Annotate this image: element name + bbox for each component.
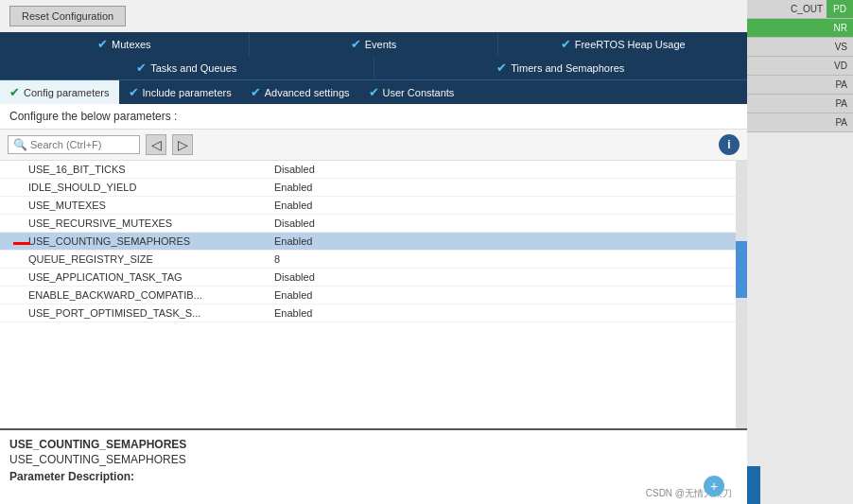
- table-row[interactable]: USE_16_BIT_TICKSDisabled: [0, 161, 747, 179]
- reset-row: Reset Configuration: [0, 0, 747, 32]
- tab-tasks-label: Tasks and Queues: [150, 62, 236, 74]
- tab-tasks-queues[interactable]: ✔ Tasks and Queues: [0, 56, 374, 79]
- param-value: Enabled: [274, 235, 312, 247]
- check-icon-events: ✔: [351, 37, 361, 51]
- check-icon-tasks: ✔: [136, 61, 147, 75]
- param-value: Enabled: [274, 182, 312, 193]
- tab-freertos-heap[interactable]: ✔ FreeRTOS Heap Usage: [498, 32, 747, 56]
- scroll-track[interactable]: [736, 161, 747, 428]
- sidebar-blue-bar: [747, 466, 760, 504]
- search-input[interactable]: [30, 139, 134, 150]
- scroll-thumb[interactable]: [736, 241, 747, 298]
- tab-freertos-label: FreeRTOS Heap Usage: [575, 39, 686, 50]
- sidebar-empty: [747, 132, 853, 466]
- subtab-config-params[interactable]: ✔ Config parameters: [0, 80, 119, 104]
- tab-row-1: ✔ Mutexes ✔ Events ✔ FreeRTOS Heap Usage: [0, 32, 747, 56]
- subtab-row: ✔ Config parameters ✔ Include parameters…: [0, 79, 747, 104]
- info-button[interactable]: i: [719, 134, 740, 155]
- param-name: IDLE_SHOULD_YIELD: [28, 182, 274, 193]
- param-name: USE_16_BIT_TICKS: [28, 164, 274, 175]
- prev-button[interactable]: ◁: [146, 134, 166, 155]
- param-value: Enabled: [274, 289, 312, 301]
- main-content: Reset Configuration ✔ Mutexes ✔ Events ✔…: [0, 0, 747, 504]
- param-rows-container: USE_16_BIT_TICKSDisabledIDLE_SHOULD_YIEL…: [0, 161, 747, 322]
- sidebar-pa3: PA: [747, 113, 853, 132]
- tab-events[interactable]: ✔ Events: [250, 32, 499, 56]
- tab-mutexes-label: Mutexes: [112, 39, 151, 50]
- check-icon-config: ✔: [9, 85, 20, 99]
- param-value: Disabled: [274, 217, 315, 229]
- sidebar-nr[interactable]: NR: [747, 19, 853, 38]
- check-icon-include: ✔: [129, 85, 139, 99]
- sidebar-vd: VD: [747, 57, 853, 76]
- table-row[interactable]: ENABLE_BACKWARD_COMPATIB...Enabled: [0, 287, 747, 304]
- info-subtitle: USE_COUNTING_SEMAPHORES: [9, 453, 738, 466]
- param-name: USE_PORT_OPTIMISED_TASK_S...: [28, 307, 274, 319]
- subtab-config-label: Config parameters: [24, 87, 110, 98]
- configure-label: Configure the below parameters :: [0, 104, 747, 130]
- param-name: USE_MUTEXES: [28, 200, 274, 211]
- check-icon-timers: ✔: [496, 61, 507, 75]
- table-row[interactable]: USE_PORT_OPTIMISED_TASK_S...Enabled: [0, 304, 747, 322]
- check-icon-advanced: ✔: [251, 85, 261, 99]
- param-name: USE_COUNTING_SEMAPHORES: [28, 235, 274, 247]
- expand-button[interactable]: +: [704, 476, 724, 496]
- tab-row-2: ✔ Tasks and Queues ✔ Timers and Semaphor…: [0, 56, 747, 79]
- table-row[interactable]: USE_RECURSIVE_MUTEXESDisabled: [0, 215, 747, 233]
- subtab-advanced[interactable]: ✔ Advanced settings: [241, 80, 359, 104]
- subtab-include-label: Include parameters: [143, 87, 232, 98]
- table-row[interactable]: USE_APPLICATION_TASK_TAGDisabled: [0, 269, 747, 287]
- param-value: Disabled: [274, 271, 315, 283]
- tab-mutexes[interactable]: ✔ Mutexes: [0, 32, 250, 56]
- table-row[interactable]: USE_COUNTING_SEMAPHORESEnabled: [0, 233, 747, 251]
- param-value: 8: [274, 253, 280, 265]
- params-table: USE_16_BIT_TICKSDisabledIDLE_SHOULD_YIEL…: [0, 161, 747, 428]
- tab-events-label: Events: [365, 39, 397, 50]
- info-title: USE_COUNTING_SEMAPHORES: [9, 438, 738, 451]
- param-name: USE_RECURSIVE_MUTEXES: [28, 217, 274, 229]
- search-input-wrap[interactable]: 🔍: [8, 135, 140, 154]
- sidebar-pa1: PA: [747, 76, 853, 95]
- table-row[interactable]: QUEUE_REGISTRY_SIZE8: [0, 251, 747, 269]
- param-value: Enabled: [274, 307, 312, 319]
- sidebar-pd[interactable]: PD: [827, 0, 853, 19]
- subtab-advanced-label: Advanced settings: [265, 87, 350, 98]
- tab-timers-semaphores[interactable]: ✔ Timers and Semaphores: [374, 56, 748, 79]
- search-icon: 🔍: [13, 138, 27, 151]
- table-row[interactable]: IDLE_SHOULD_YIELDEnabled: [0, 179, 747, 197]
- info-param-desc: Parameter Description:: [9, 470, 738, 483]
- param-name: USE_APPLICATION_TASK_TAG: [28, 271, 274, 283]
- param-name: ENABLE_BACKWARD_COMPATIB...: [28, 289, 274, 301]
- tab-timers-label: Timers and Semaphores: [511, 62, 624, 74]
- subtab-user-label: User Constants: [383, 87, 455, 98]
- red-indicator: [13, 242, 30, 245]
- subtab-user-constants[interactable]: ✔ User Constants: [359, 80, 464, 104]
- param-value: Disabled: [274, 164, 315, 175]
- check-icon-mutexes: ✔: [97, 37, 108, 51]
- info-panel: USE_COUNTING_SEMAPHORES USE_COUNTING_SEM…: [0, 428, 747, 504]
- table-row[interactable]: USE_MUTEXESEnabled: [0, 197, 747, 215]
- check-icon-heap: ✔: [561, 37, 571, 51]
- right-sidebar: C_OUT PD NR VS VD PA PA PA: [747, 0, 853, 504]
- subtab-include-params[interactable]: ✔ Include parameters: [119, 80, 241, 104]
- param-name: QUEUE_REGISTRY_SIZE: [28, 253, 274, 265]
- param-value: Enabled: [274, 200, 312, 211]
- sidebar-c-out: C_OUT: [747, 0, 827, 19]
- sidebar-pa2: PA: [747, 95, 853, 113]
- search-bar: 🔍 ◁ ▷ i: [0, 130, 747, 161]
- check-icon-user: ✔: [369, 85, 379, 99]
- sidebar-vs: VS: [747, 38, 853, 57]
- reset-config-button[interactable]: Reset Configuration: [9, 6, 126, 26]
- next-button[interactable]: ▷: [172, 134, 193, 155]
